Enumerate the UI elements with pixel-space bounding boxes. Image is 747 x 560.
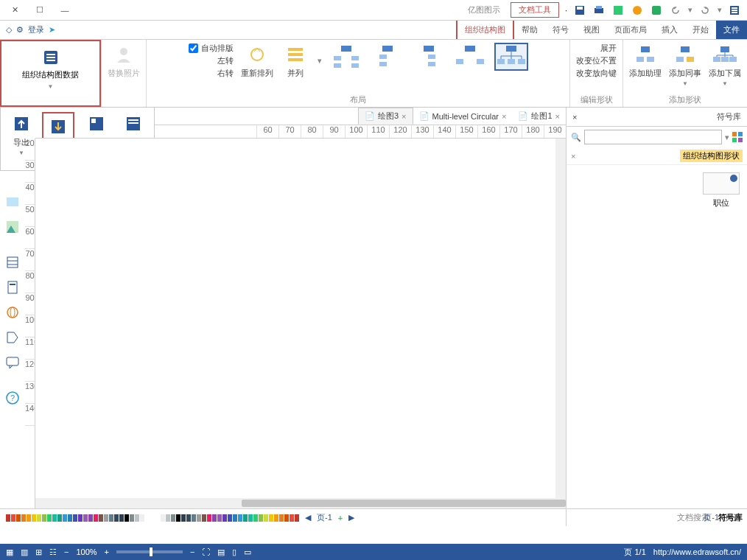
- qat-redo-icon[interactable]: [698, 4, 712, 17]
- qat-share-icon[interactable]: [650, 4, 663, 17]
- status-url[interactable]: http://www.edrawsoft.cn/: [653, 547, 741, 556]
- tab-symbol[interactable]: 符号: [545, 21, 576, 39]
- search-icon[interactable]: 🔍: [571, 133, 581, 142]
- zoom-minus[interactable]: −: [190, 547, 194, 556]
- page-label[interactable]: 页-1: [317, 512, 332, 523]
- zoom-slider[interactable]: [116, 550, 183, 553]
- svg-rect-23: [508, 59, 515, 64]
- qat-undo-drop[interactable]: ▾: [688, 5, 692, 15]
- zoom-out-button[interactable]: −: [64, 547, 69, 556]
- tab-pagelayout[interactable]: 页面布局: [607, 21, 654, 39]
- add-page-icon[interactable]: +: [338, 514, 343, 522]
- add-assistant-button[interactable]: 添加助理: [629, 43, 662, 79]
- comment-icon[interactable]: [4, 354, 21, 371]
- layout-style-2[interactable]: [453, 43, 487, 71]
- close-icon[interactable]: ×: [555, 112, 560, 121]
- doc-tab-2[interactable]: 📄 Multi-level Circular ×: [413, 108, 513, 125]
- layout-rotate-r[interactable]: 左转: [217, 55, 234, 66]
- layout-style-4[interactable]: [371, 43, 404, 71]
- view-icon-1[interactable]: ▤: [217, 547, 225, 557]
- fit-page-icon[interactable]: ⛶: [202, 547, 210, 556]
- sub-close-icon[interactable]: ×: [571, 152, 575, 161]
- view-mode-icon[interactable]: ☷: [49, 547, 57, 557]
- layout-style-5[interactable]: [329, 43, 363, 71]
- layout-style-1[interactable]: [494, 43, 528, 71]
- status-bar: ▦ ▥ ⊞ ☷ − 100% + − ⛶ ▤ ▯ ▭ 页 1/1 http://…: [0, 544, 747, 560]
- page-prev-icon[interactable]: ◀: [305, 513, 311, 522]
- layout-rotate-l[interactable]: 右转: [217, 68, 234, 79]
- collapse-ribbon-icon[interactable]: ◇: [6, 25, 12, 35]
- close-icon[interactable]: ×: [401, 112, 406, 121]
- color-palette[interactable]: [6, 514, 150, 522]
- qat-save-icon[interactable]: [573, 4, 586, 17]
- svg-rect-70: [732, 138, 737, 142]
- win-min-button[interactable]: —: [55, 2, 75, 18]
- scrollbar-vertical[interactable]: [555, 139, 566, 498]
- login-link[interactable]: 登录: [28, 24, 44, 35]
- auto-checkbox[interactable]: [189, 43, 198, 53]
- globe-icon[interactable]: [4, 304, 21, 321]
- shape-rect-icon[interactable]: [4, 193, 21, 211]
- replace-photo-button[interactable]: 替换照片: [108, 43, 140, 79]
- tag-icon[interactable]: [4, 329, 21, 346]
- add-subordinate-button[interactable]: 添加下属 ▼: [709, 43, 741, 87]
- svg-rect-26: [456, 59, 463, 64]
- page-next-icon[interactable]: ▶: [348, 513, 354, 522]
- tab-orgchart[interactable]: 组织结构图: [456, 21, 514, 39]
- grid-toggle-icon[interactable]: ▦: [6, 547, 13, 557]
- page-label-2[interactable]: 页-1: [704, 512, 719, 523]
- ribbon-group-add: 添加下属 ▼ 添加同事 ▼ 添加助理 添加形状: [622, 40, 747, 107]
- zoom-in-button[interactable]: +: [105, 547, 109, 556]
- edit-expand[interactable]: 展开: [600, 43, 617, 54]
- layout-more-icon[interactable]: ▾: [318, 56, 322, 66]
- qat-options-icon[interactable]: [728, 4, 741, 17]
- clipboard-icon[interactable]: [4, 279, 21, 296]
- layout-list[interactable]: 并列: [281, 43, 310, 79]
- layers-icon[interactable]: [4, 253, 21, 271]
- tab-start[interactable]: 开始: [685, 21, 716, 39]
- tab-insert[interactable]: 插入: [654, 21, 685, 39]
- qat-print-icon[interactable]: [592, 4, 606, 17]
- win-close-button[interactable]: ✕: [4, 2, 25, 18]
- layout-auto[interactable]: 自动排版: [189, 43, 234, 54]
- ruler-toggle-icon[interactable]: ⊞: [35, 547, 42, 557]
- tool-label: 文档工具: [511, 2, 559, 18]
- close-icon[interactable]: ×: [502, 112, 506, 121]
- orgchart-data-button[interactable]: 组织结构图数据 ▼: [7, 44, 94, 94]
- tab-file[interactable]: 文件: [716, 21, 747, 39]
- qat-undo-icon[interactable]: [669, 4, 682, 17]
- qat-export-icon[interactable]: [611, 4, 625, 17]
- tab-view[interactable]: 视图: [576, 21, 607, 39]
- gear-icon[interactable]: ⚙: [16, 25, 24, 35]
- app-subtitle: 亿图图示: [463, 4, 505, 15]
- shape-thumbnail[interactable]: [703, 172, 740, 195]
- doc-tab-3[interactable]: 📄 绘图3 ×: [358, 108, 413, 125]
- send-icon[interactable]: ➤: [49, 25, 55, 35]
- view-icon-3[interactable]: ▭: [244, 547, 251, 557]
- snap-toggle-icon[interactable]: ▥: [21, 547, 28, 557]
- view-icon-2[interactable]: ▯: [232, 547, 236, 557]
- svg-rect-39: [288, 48, 303, 51]
- qat-cloud-icon[interactable]: [631, 4, 644, 17]
- image-icon[interactable]: [4, 218, 21, 236]
- edit-changedir[interactable]: 改变放向键: [576, 68, 617, 79]
- add-colleague-button[interactable]: 添加同事 ▼: [669, 43, 701, 87]
- layout-rearrange[interactable]: 重新排列: [241, 43, 273, 79]
- search-input[interactable]: [584, 130, 722, 144]
- edit-changepos[interactable]: 改变位不置: [576, 55, 617, 66]
- svg-rect-12: [713, 57, 720, 62]
- panel-close-icon[interactable]: ×: [572, 113, 577, 122]
- doc-tab-1[interactable]: 📄 绘图1 ×: [512, 108, 566, 125]
- library-drop-icon[interactable]: ▾: [725, 133, 729, 142]
- color-palette-2[interactable]: [155, 514, 299, 522]
- help-icon[interactable]: ?: [4, 389, 21, 407]
- svg-rect-24: [518, 59, 525, 64]
- svg-rect-19: [636, 57, 644, 62]
- win-max-button[interactable]: ☐: [29, 2, 50, 18]
- canvas[interactable]: [35, 139, 566, 508]
- layout-style-3[interactable]: [412, 43, 446, 71]
- library-grid-icon[interactable]: [732, 132, 743, 142]
- tab-help[interactable]: 帮助: [514, 21, 545, 39]
- scrollbar-horizontal[interactable]: [35, 498, 566, 508]
- qat-redo-drop[interactable]: ▾: [718, 5, 722, 15]
